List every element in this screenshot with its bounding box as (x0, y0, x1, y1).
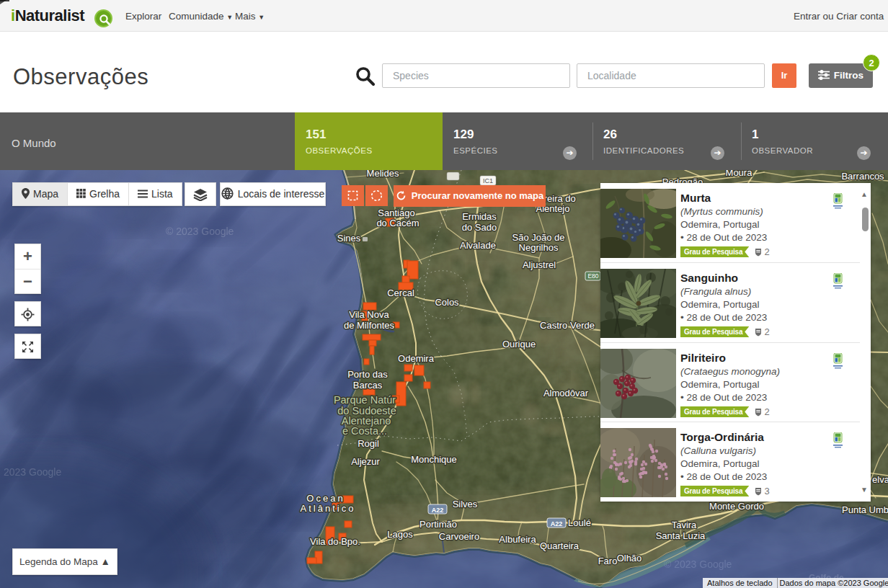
svg-text:Colos: Colos (435, 297, 459, 308)
svg-text:A22: A22 (551, 520, 563, 527)
svg-text:Monchique: Monchique (411, 454, 457, 465)
svg-text:do Sado: do Sado (462, 222, 497, 233)
svg-text:Santa Luzia: Santa Luzia (656, 530, 706, 541)
svg-text:Almodôvar: Almodôvar (543, 388, 589, 398)
svg-text:Punta Umbr: Punta Umbr (842, 504, 888, 515)
svg-text:Negrilhos: Negrilhos (519, 242, 559, 253)
svg-text:Atlântico: Atlântico (301, 503, 356, 514)
svg-text:Carvoeiro: Carvoeiro (439, 531, 479, 542)
svg-text:Santiago: Santiago (378, 208, 414, 218)
svg-text:Silves: Silves (453, 499, 478, 509)
svg-text:Melides: Melides (367, 170, 399, 179)
svg-text:Faro: Faro (598, 556, 618, 566)
svg-text:Aljustrel: Aljustrel (523, 259, 556, 270)
svg-text:Vila Nova: Vila Nova (349, 309, 389, 320)
svg-text:© 2023 Google: © 2023 Google (166, 226, 234, 237)
svg-text:Barrancos: Barrancos (841, 171, 884, 182)
svg-text:Vila do Bpo.: Vila do Bpo. (310, 536, 360, 547)
svg-text:Aljezur: Aljezur (351, 456, 380, 467)
svg-text:Lagos: Lagos (387, 529, 413, 540)
svg-text:Barcas: Barcas (353, 380, 383, 391)
svg-text:Sines: Sines (337, 233, 361, 244)
svg-text:E80: E80 (587, 272, 598, 280)
svg-text:Ocean: Ocean (306, 493, 345, 504)
svg-text:do Cacém: do Cacém (376, 218, 419, 228)
svg-text:Parque Natúr: Parque Natúr (334, 394, 396, 406)
svg-text:e Costa...: e Costa... (342, 425, 387, 437)
svg-text:Albufeira: Albufeira (499, 534, 536, 545)
svg-text:Moura: Moura (726, 170, 753, 178)
svg-text:de Milfontes: de Milfontes (344, 320, 395, 331)
svg-text:Portimão: Portimão (419, 519, 457, 530)
svg-text:IC1: IC1 (483, 177, 493, 184)
svg-text:Castro Verde: Castro Verde (540, 320, 595, 331)
svg-text:São João de: São João de (512, 232, 564, 243)
svg-text:Olhão: Olhão (617, 553, 642, 564)
svg-text:A22: A22 (432, 507, 444, 514)
svg-text:Loulé: Loulé (568, 517, 591, 528)
svg-text:Odemira: Odemira (398, 353, 435, 364)
svg-text:Ermidas: Ermidas (462, 211, 497, 222)
svg-text:elva: elva (872, 474, 888, 485)
svg-text:Porto das: Porto das (347, 369, 388, 380)
svg-text:Quarteira: Quarteira (540, 540, 580, 551)
svg-text:Cercal: Cercal (387, 288, 414, 298)
svg-text:Monte Gordo: Monte Gordo (709, 501, 764, 512)
svg-text:2023 Google: 2023 Google (4, 466, 61, 478)
svg-text:© 2023 Google: © 2023 Google (664, 558, 732, 570)
svg-text:Alvalade: Alvalade (460, 240, 496, 251)
svg-text:Tavira: Tavira (672, 520, 697, 530)
svg-text:Ourique: Ourique (502, 339, 536, 349)
svg-text:Rogil: Rogil (358, 438, 379, 449)
